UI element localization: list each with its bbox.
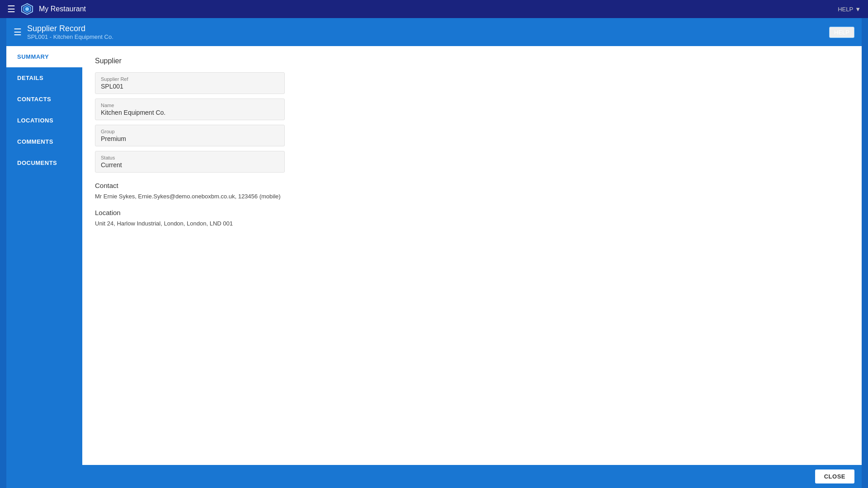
- close-button[interactable]: CLOSE: [815, 469, 854, 483]
- field-group-3: StatusCurrent: [95, 151, 285, 173]
- field-group-2: GroupPremium: [95, 125, 285, 146]
- top-nav-left: ☰ My Restaurant: [7, 3, 86, 15]
- sidebar-item-documents[interactable]: DOCUMENTS: [6, 152, 82, 174]
- sidebar: SUMMARYDETAILSCONTACTSLOCATIONSCOMMENTSD…: [6, 46, 82, 465]
- dialog-title: Supplier Record: [27, 24, 113, 33]
- location-section: Location Unit 24, Harlow Industrial, Lon…: [95, 209, 849, 227]
- chevron-down-icon: ▼: [855, 6, 861, 13]
- svg-point-2: [25, 7, 29, 11]
- dialog-footer: CLOSE: [6, 465, 862, 488]
- sidebar-item-locations[interactable]: LOCATIONS: [6, 110, 82, 131]
- top-nav-help-button[interactable]: HELP ▼: [838, 6, 861, 13]
- sidebar-item-details[interactable]: DETAILS: [6, 67, 82, 89]
- field-label-2: Group: [101, 129, 279, 134]
- contact-section-title: Contact: [95, 182, 849, 189]
- supplier-record-dialog: ☰ Supplier Record SPL001 - Kitchen Equip…: [6, 18, 862, 488]
- sidebar-item-contacts[interactable]: CONTACTS: [6, 89, 82, 110]
- contact-section: Contact Mr Ernie Sykes, Ernie.Sykes@demo…: [95, 182, 849, 200]
- dialog-help-button[interactable]: HELP: [829, 27, 854, 38]
- hamburger-icon[interactable]: ☰: [7, 4, 15, 14]
- field-label-3: Status: [101, 155, 279, 160]
- dialog-subtitle: SPL001 - Kitchen Equipment Co.: [27, 33, 113, 40]
- dialog-header: ☰ Supplier Record SPL001 - Kitchen Equip…: [6, 18, 862, 46]
- sidebar-item-summary[interactable]: SUMMARY: [6, 46, 82, 67]
- field-group-0: Supplier RefSPL001: [95, 72, 285, 94]
- field-group-1: NameKitchen Equipment Co.: [95, 99, 285, 120]
- field-label-0: Supplier Ref: [101, 76, 279, 82]
- field-label-1: Name: [101, 103, 279, 108]
- app-title: My Restaurant: [39, 5, 86, 13]
- sidebar-item-comments[interactable]: COMMENTS: [6, 131, 82, 152]
- main-content: Supplier Supplier RefSPL001NameKitchen E…: [82, 46, 862, 465]
- supplier-section-title: Supplier: [95, 57, 849, 65]
- field-value-3: Current: [101, 161, 279, 169]
- top-nav-bar: ☰ My Restaurant HELP ▼: [0, 0, 868, 18]
- contact-text: Mr Ernie Sykes, Ernie.Sykes@demo.oneboxb…: [95, 193, 849, 200]
- dialog-title-block: Supplier Record SPL001 - Kitchen Equipme…: [27, 24, 113, 40]
- field-value-0: SPL001: [101, 83, 279, 90]
- location-section-title: Location: [95, 209, 849, 216]
- dialog-menu-icon[interactable]: ☰: [14, 27, 22, 38]
- field-value-2: Premium: [101, 135, 279, 142]
- dialog-header-left: ☰ Supplier Record SPL001 - Kitchen Equip…: [14, 24, 113, 40]
- location-text: Unit 24, Harlow Industrial, London, Lond…: [95, 220, 849, 227]
- field-value-1: Kitchen Equipment Co.: [101, 109, 279, 116]
- app-logo: [21, 3, 33, 15]
- dialog-body: SUMMARYDETAILSCONTACTSLOCATIONSCOMMENTSD…: [6, 46, 862, 465]
